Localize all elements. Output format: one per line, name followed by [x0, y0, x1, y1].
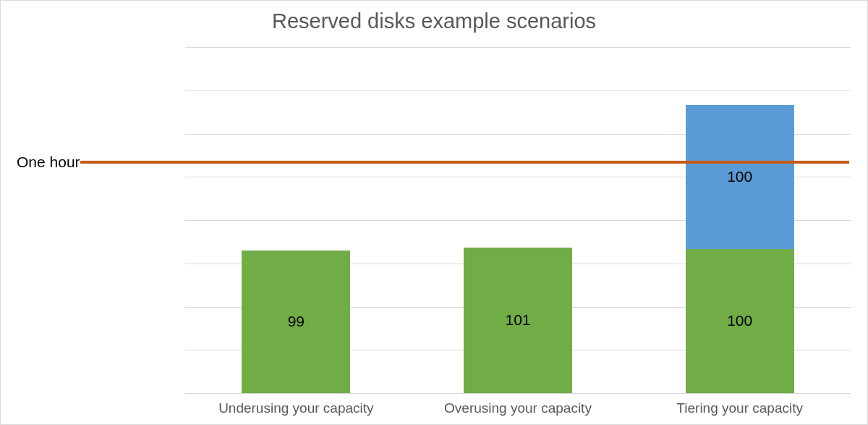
- bar-stack: 101: [464, 248, 572, 393]
- bar-stack: 99: [242, 251, 350, 393]
- bar-slot: 99: [185, 47, 407, 393]
- bar-segment: 100: [686, 105, 794, 249]
- chart-frame: Reserved disks example scenarios 9910110…: [0, 0, 868, 425]
- bar-segment: 101: [464, 248, 572, 393]
- reference-line-one-hour: [80, 161, 849, 164]
- bar-slot: 100100: [629, 47, 851, 393]
- bar-slot: 101: [407, 47, 629, 393]
- x-axis-labels: Underusing your capacityOverusing your c…: [185, 400, 851, 422]
- x-axis-label: Underusing your capacity: [185, 400, 407, 416]
- plot-area: 99101100100: [185, 47, 851, 393]
- bar-segment: 99: [242, 251, 350, 393]
- x-axis-label: Overusing your capacity: [407, 400, 629, 416]
- x-axis-label: Tiering your capacity: [629, 400, 851, 416]
- chart-title: Reserved disks example scenarios: [1, 9, 867, 33]
- bar-stack: 100100: [686, 105, 794, 393]
- bar-segment: 100: [686, 249, 794, 393]
- gridline: [185, 393, 851, 394]
- reference-line-label: One hour: [17, 153, 80, 171]
